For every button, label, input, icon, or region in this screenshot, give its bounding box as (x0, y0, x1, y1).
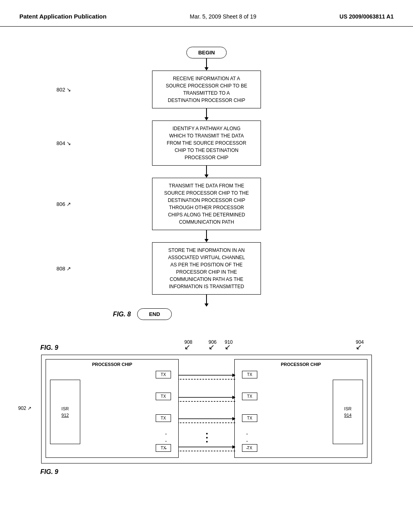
right-chip-title: PROCESSOR CHIP (235, 360, 367, 367)
begin-oval: BEGIN (186, 47, 226, 58)
header-publication-label: Patent Application Publication (19, 13, 106, 20)
end-oval: END (137, 308, 171, 320)
header-date-sheet: Mar. 5, 2009 Sheet 8 of 19 (190, 13, 256, 20)
step-802-row: 802 ↘ RECEIVE INFORMATION AT A SOURCE PR… (24, 71, 389, 108)
tx-right-1: TX (242, 371, 257, 378)
isr-right-label: ISR (344, 406, 351, 411)
annot-904: 904↙ (356, 339, 364, 351)
tx-left-2: TX (156, 393, 171, 400)
step-804-label: 804 ↘ (56, 140, 71, 146)
connection-arrows-svg (179, 359, 235, 458)
arrow-5 (204, 295, 209, 307)
annot-906: 906↙ (209, 339, 217, 351)
tx-left-1: TX (156, 371, 171, 378)
label-914: 914 (344, 413, 351, 418)
annot-908: 908↙ (184, 339, 192, 351)
isr-left-label: ISR (61, 406, 69, 411)
step-808-box: STORE THE INFORMATION IN AN ASSOCIATED V… (152, 242, 261, 295)
svg-point-6 (206, 433, 208, 434)
fig9-label: FIG. 9 (40, 344, 58, 351)
header-patent-number: US 2009/0063811 A1 (340, 13, 394, 20)
tx-right-3: TX (242, 414, 257, 422)
step-804-box: IDENTIFY A PATHWAY ALONG WHICH TO TRANSM… (152, 121, 261, 166)
fig9-section: FIG. 9 902 ↗ PROCESSOR CHIP ISR 912 (24, 336, 389, 476)
tx-left-3: TX (156, 414, 171, 422)
step-802-box: RECEIVE INFORMATION AT A SOURCE PROCESSO… (152, 71, 261, 108)
arrow-4 (204, 230, 209, 242)
isr-left-box: ISR 912 (50, 380, 80, 444)
step-802-label: 802 ↘ (56, 87, 71, 93)
svg-point-7 (206, 437, 208, 438)
page-header: Patent Application Publication Mar. 5, 2… (0, 0, 413, 27)
svg-point-8 (206, 441, 208, 443)
arrow-3 (204, 166, 209, 178)
tx-right-2: TX (242, 393, 257, 400)
arrow-1 (204, 58, 209, 71)
left-chip-title: PROCESSOR CHIP (46, 360, 178, 367)
annot-910: 910↙ (225, 339, 233, 351)
step-808-label: 808 ↗ (56, 266, 71, 272)
label-912: 912 (61, 413, 69, 418)
arrow-2 (204, 108, 209, 121)
main-content: BEGIN 802 ↘ RECEIVE INFORMATION AT A SOU… (0, 27, 413, 488)
fig9-bottom-label: FIG. 9 (40, 468, 373, 476)
step-808-row: 808 ↗ STORE THE INFORMATION IN AN ASSOCI… (24, 242, 389, 295)
tx-left-bottom: TX (156, 444, 171, 452)
fig9-text-label: FIG. 9 (40, 468, 58, 475)
step-806-label: 806 ↗ (56, 201, 71, 207)
right-chip-box: PROCESSOR CHIP ISR 914 TX TX TX ··· (234, 359, 367, 458)
tx-right-bottom: TX (242, 444, 257, 452)
fig8-label: FIG. 8 (113, 311, 131, 318)
left-chip-box: PROCESSOR CHIP ISR 912 TX TX TX ··· (46, 359, 179, 458)
label-902: 902 ↗ (18, 405, 31, 411)
fig8-flowchart: BEGIN 802 ↘ RECEIVE INFORMATION AT A SOU… (24, 47, 389, 320)
step-806-box: TRANSMIT THE DATA FROM THE SOURCE PROCES… (152, 178, 261, 230)
step-804-row: 804 ↘ IDENTIFY A PATHWAY ALONG WHICH TO … (24, 121, 389, 166)
isr-right-box: ISR 914 (333, 380, 363, 444)
step-806-row: 806 ↗ TRANSMIT THE DATA FROM THE SOURCE … (24, 178, 389, 230)
fig9-diagram: 902 ↗ PROCESSOR CHIP ISR 912 TX TX TX (41, 355, 372, 463)
